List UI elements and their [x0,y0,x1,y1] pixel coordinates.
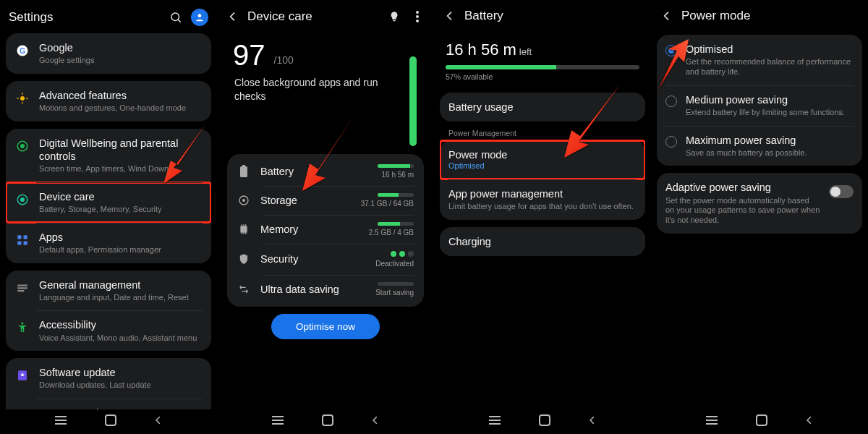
page-title: Device care [247,9,379,24]
stat-row-security[interactable]: SecurityDeactivated [227,244,424,275]
nav-home-icon[interactable] [322,414,333,429]
adaptive-power-row[interactable]: Adaptive power saving Set the power mode… [657,173,862,233]
settings-row-update[interactable]: Software updateDownload updates, Last up… [6,358,211,399]
stat-value: 37.1 GB / 64 GB [361,200,414,208]
stat-row-storage[interactable]: Storage37.1 GB / 64 GB [227,186,424,215]
row-title: Device care [39,190,203,203]
nav-home-icon[interactable] [539,414,550,429]
row-title: Advanced features [39,89,203,102]
stat-row-data[interactable]: Ultra data savingStart saving [227,275,424,304]
score-value: 97 [233,39,265,72]
search-icon[interactable] [168,9,184,25]
settings-row-wellbeing[interactable]: Digital Wellbeing and parental controlsS… [6,129,211,182]
back-icon[interactable] [660,9,674,23]
svg-rect-28 [106,415,116,425]
nav-recents-icon[interactable] [705,415,719,428]
apps-icon [14,232,30,248]
row-title: Software update [39,366,203,379]
stat-title: Ultra data saving [260,284,353,295]
svg-point-36 [243,199,245,201]
nav-back-icon[interactable] [587,415,597,428]
battery-bar [446,65,639,69]
power-mode-row[interactable]: Power mode Optimised [440,140,645,179]
screen-power-mode: Power mode OptimisedGet the recommended … [651,0,868,434]
nav-recents-icon[interactable] [54,415,68,428]
row-subtitle: Screen time, App timers, Wind Down [39,164,203,174]
app-power-sub: Limit battery usage for apps that you do… [448,202,637,212]
power-option-row[interactable]: Medium power savingExtend battery life b… [657,85,862,126]
power-option-row[interactable]: OptimisedGet the recommended balance of … [657,35,862,85]
stat-row-memory[interactable]: Memory2.5 GB / 4 GB [227,215,424,244]
device-stats-card: Battery16 h 56 mStorage37.1 GB / 64 GBMe… [227,154,424,307]
nav-home-icon[interactable] [756,414,767,429]
svg-rect-34 [242,165,245,166]
row-subtitle: Download updates, Last update [39,380,203,391]
nav-back-icon[interactable] [370,415,380,428]
app-power-title: App power management [448,187,637,200]
svg-point-0 [171,13,179,21]
stat-value: Deactivated [375,260,414,268]
adaptive-toggle[interactable] [829,185,854,198]
settings-row-accessibility[interactable]: AccessibilityVoice Assistant, Mono audio… [6,310,211,351]
settings-group: Software updateDownload updates, Last up… [6,358,211,409]
optimise-button[interactable]: Optimise now [271,314,380,339]
row-subtitle: Voice Assistant, Mono audio, Assistant m… [39,333,203,344]
stat-row-battery[interactable]: Battery16 h 56 m [227,157,424,186]
option-sub: Save as much battery as possible. [686,148,854,158]
settings-row-google[interactable]: GGoogleGoogle settings [6,33,211,74]
stat-value: 16 h 56 m [382,171,414,179]
svg-rect-18 [17,284,27,286]
radio-icon[interactable] [665,136,677,148]
battery-summary: 16 h 56 mleft 57% available [440,30,645,82]
android-navbar [657,409,862,434]
page-title: Power mode [681,9,859,23]
accessibility-icon [14,320,30,336]
screen-device-care: Device care 97 /100 Close background app… [217,0,434,434]
battery-usage-card[interactable]: Battery usage [440,93,645,122]
app-power-row[interactable]: App power management Limit battery usage… [440,179,645,220]
nav-recents-icon[interactable] [488,415,502,428]
back-icon[interactable] [226,9,240,24]
header: Device care [223,4,428,32]
power-mode-options-card: OptimisedGet the recommended balance of … [657,35,862,166]
charging-label: Charging [448,235,637,248]
battery-usage-label: Battery usage [448,101,637,114]
power-option-row[interactable]: Maximum power savingSave as much battery… [657,126,862,166]
settings-group: General managementLanguage and input, Da… [6,271,211,352]
svg-rect-55 [757,415,767,425]
score-total: /100 [274,54,294,66]
charging-card[interactable]: Charging [440,227,645,256]
more-icon[interactable] [409,9,425,25]
settings-row-devicecare[interactable]: Device careBattery, Storage, Memory, Sec… [6,182,211,223]
settings-group: Digital Wellbeing and parental controlsS… [6,129,211,263]
svg-rect-16 [17,241,21,244]
radio-icon[interactable] [665,45,677,56]
android-navbar [223,409,428,434]
settings-row-general[interactable]: General managementLanguage and input, Da… [6,271,211,311]
radio-icon[interactable] [665,95,677,107]
back-icon[interactable] [443,9,457,23]
stat-bar [378,164,414,168]
account-avatar[interactable] [191,9,208,26]
svg-point-13 [21,198,25,202]
nav-back-icon[interactable] [153,415,163,428]
option-sub: Extend battery life by limiting some fun… [686,108,854,118]
time-remaining: 16 h 56 mleft [446,41,639,59]
settings-row-manual[interactable]: ?User manualUser manual [6,399,211,409]
row-title: Google [39,41,203,54]
svg-rect-17 [24,241,27,244]
nav-back-icon[interactable] [804,415,814,428]
svg-point-31 [416,15,419,18]
settings-group: Advanced featuresMotions and gestures, O… [6,81,211,122]
nav-home-icon[interactable] [105,414,116,429]
settings-row-apps[interactable]: AppsDefault apps, Permission manager [6,223,211,263]
svg-point-2 [198,14,202,17]
devicecare-icon [14,192,30,208]
svg-rect-29 [393,20,395,22]
nav-recents-icon[interactable] [271,415,285,428]
row-title: Accessibility [39,318,203,331]
tip-icon[interactable] [386,9,402,25]
general-icon [14,280,30,296]
settings-row-advanced[interactable]: Advanced featuresMotions and gestures, O… [6,81,211,122]
page-title: Settings [9,10,161,25]
